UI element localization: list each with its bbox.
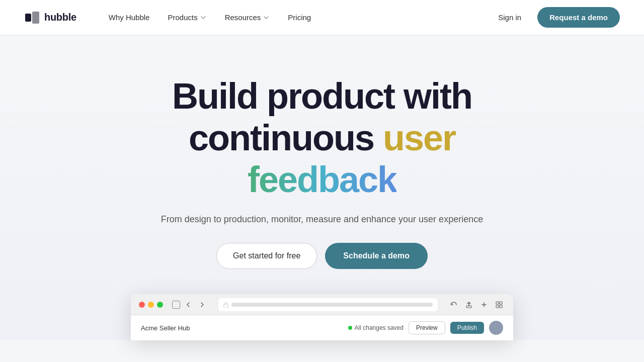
chevron-down-icon bbox=[263, 14, 270, 21]
share-button[interactable] bbox=[463, 299, 475, 311]
svg-rect-0 bbox=[25, 14, 31, 22]
hero-title-line1: Build product with bbox=[172, 75, 472, 117]
nav-pricing[interactable]: Pricing bbox=[280, 9, 319, 26]
hero-word-user: user bbox=[383, 118, 455, 158]
hero-title-line3: feedback bbox=[172, 159, 472, 201]
saved-status-dot bbox=[348, 326, 352, 330]
hero-title-line2: continuous user bbox=[172, 117, 472, 159]
logo-text: hubble bbox=[44, 12, 76, 23]
browser-minimize-dot bbox=[148, 302, 154, 308]
nav-right: Sign in Request a demo bbox=[492, 7, 620, 28]
nav-resources[interactable]: Resources bbox=[217, 9, 278, 26]
browser-maximize-dot bbox=[157, 302, 163, 308]
user-avatar bbox=[489, 321, 503, 335]
browser-topbar bbox=[131, 294, 513, 315]
svg-rect-5 bbox=[500, 302, 502, 304]
hubble-logo-icon bbox=[24, 10, 40, 26]
sign-in-button[interactable]: Sign in bbox=[492, 9, 527, 26]
page-title-text: Acme Seller Hub bbox=[141, 324, 190, 332]
forward-button[interactable] bbox=[196, 299, 208, 311]
svg-rect-3 bbox=[466, 306, 471, 308]
browser-page-content: Acme Seller Hub All changes saved Previe… bbox=[131, 315, 513, 340]
back-button[interactable] bbox=[182, 299, 194, 311]
hero-buttons: Get started for free Schedule a demo bbox=[216, 243, 428, 269]
navbar: hubble Why Hubble Products Resources Pri… bbox=[0, 0, 644, 35]
hero-section: Build product with continuous user feedb… bbox=[0, 35, 644, 340]
svg-rect-2 bbox=[224, 304, 228, 308]
svg-rect-6 bbox=[496, 305, 499, 308]
browser-window-controls bbox=[139, 302, 163, 308]
nav-why-hubble[interactable]: Why Hubble bbox=[101, 9, 158, 26]
svg-rect-7 bbox=[500, 305, 502, 308]
publish-button[interactable]: Publish bbox=[450, 322, 484, 334]
preview-button[interactable]: Preview bbox=[409, 321, 445, 334]
browser-action-buttons bbox=[448, 299, 505, 311]
schedule-demo-button[interactable]: Schedule a demo bbox=[325, 243, 428, 269]
address-url bbox=[231, 303, 433, 307]
request-demo-button[interactable]: Request a demo bbox=[537, 7, 620, 28]
svg-rect-4 bbox=[496, 302, 499, 304]
hero-subtitle: From design to production, monitor, meas… bbox=[161, 214, 483, 225]
browser-address-bar[interactable] bbox=[218, 298, 438, 311]
tab-grid-icon bbox=[172, 301, 180, 309]
browser-nav-controls bbox=[172, 299, 208, 311]
chevron-down-icon bbox=[200, 14, 207, 21]
hero-title: Build product with continuous user feedb… bbox=[172, 75, 472, 200]
refresh-button[interactable] bbox=[448, 299, 460, 311]
lock-icon bbox=[223, 302, 228, 308]
saved-indicator: All changes saved bbox=[348, 324, 404, 331]
add-tab-button[interactable] bbox=[478, 299, 490, 311]
tabs-overview-button[interactable] bbox=[493, 299, 505, 311]
get-started-button[interactable]: Get started for free bbox=[216, 243, 317, 269]
browser-mockup: Acme Seller Hub All changes saved Previe… bbox=[131, 294, 513, 340]
browser-close-dot bbox=[139, 302, 145, 308]
nav-links: Why Hubble Products Resources Pricing bbox=[101, 9, 493, 26]
browser-content-right: All changes saved Preview Publish bbox=[348, 321, 503, 335]
svg-rect-1 bbox=[32, 12, 39, 24]
nav-products[interactable]: Products bbox=[159, 9, 214, 26]
hero-word-feedback: feedback bbox=[248, 159, 396, 200]
logo[interactable]: hubble bbox=[24, 10, 76, 26]
